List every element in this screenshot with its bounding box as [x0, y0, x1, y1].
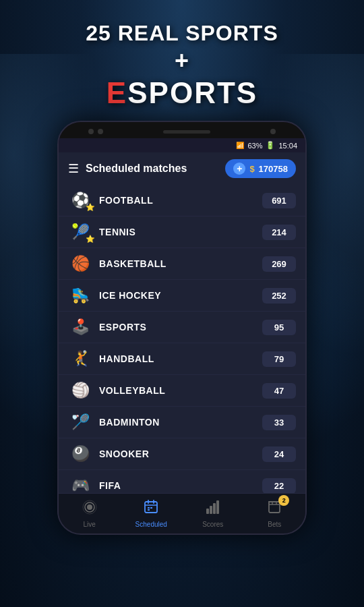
sport-emoji: ⚽⭐ — [68, 192, 92, 209]
svg-rect-9 — [148, 509, 150, 511]
phone-frame: 📶 63% 🔋 15:04 ☰ Scheduled matches + $ 17… — [57, 121, 307, 535]
svg-rect-8 — [150, 507, 152, 509]
nav-bets[interactable]: 2 Bets — [244, 494, 306, 533]
sport-count[interactable]: 691 — [262, 193, 296, 208]
sport-emoji: 🏀 — [68, 255, 92, 272]
bottom-nav: Live Scheduled — [59, 493, 305, 533]
promo-esports: ESPORTS — [107, 76, 257, 109]
sport-count[interactable]: 95 — [262, 320, 296, 335]
promo-title: 25 REAL SPORTS + ESPORTS — [0, 20, 364, 111]
sport-count[interactable]: 47 — [262, 383, 296, 399]
nav-live-label: Live — [84, 521, 96, 528]
live-icon — [82, 499, 98, 519]
sport-item-snooker[interactable]: 🎱SNOOKER24 — [59, 438, 305, 470]
phone-top — [59, 122, 305, 138]
sport-name: FOOTBALL — [99, 195, 262, 206]
dollar-sign: $ — [249, 164, 254, 174]
svg-rect-10 — [206, 509, 209, 514]
bets-icon — [266, 503, 282, 518]
scores-icon — [205, 499, 221, 519]
sport-emoji: 🤾 — [68, 350, 92, 368]
time-display: 15:04 — [278, 142, 297, 150]
page-title: Scheduled matches — [86, 163, 218, 175]
nav-scheduled-label: Scheduled — [135, 521, 167, 528]
svg-rect-11 — [210, 506, 212, 514]
bets-badge-container: 2 — [266, 499, 282, 519]
promo-rest: SPORTS — [127, 76, 257, 109]
sport-item-ice-hockey[interactable]: 🛼ICE HOCKEY252 — [59, 280, 305, 312]
sport-name: TENNIS — [99, 227, 262, 237]
scheduled-icon — [143, 499, 159, 519]
sport-emoji: 🎱 — [68, 445, 92, 463]
sport-name: ESPORTS — [99, 322, 262, 333]
svg-rect-13 — [216, 500, 219, 514]
sport-emoji: 🎾⭐ — [68, 223, 92, 241]
nav-live[interactable]: Live — [59, 494, 121, 533]
nav-scheduled[interactable]: Scheduled — [121, 494, 183, 533]
sport-name: ICE HOCKEY — [99, 290, 262, 301]
star-icon: ⭐ — [86, 235, 95, 243]
battery-icon: 🔋 — [266, 141, 275, 150]
promo-e: E — [107, 76, 127, 109]
promo-plus: + — [0, 46, 364, 75]
promo-line1: 25 REAL SPORTS — [86, 21, 278, 45]
sport-name: HANDBALL — [99, 353, 262, 364]
bets-badge: 2 — [278, 495, 289, 506]
svg-rect-12 — [213, 503, 216, 514]
svg-rect-7 — [148, 507, 150, 509]
dot-2 — [98, 129, 103, 134]
app-header: ☰ Scheduled matches + $ 170758 — [59, 152, 305, 185]
sport-item-tennis[interactable]: 🎾⭐TENNIS214 — [59, 216, 305, 248]
sport-count[interactable]: 33 — [262, 415, 296, 430]
sport-item-football[interactable]: ⚽⭐FOOTBALL691 — [59, 185, 305, 216]
sport-name: SNOOKER — [99, 449, 262, 459]
sport-item-badminton[interactable]: 🏸BADMINTON33 — [59, 407, 305, 438]
sport-name: BADMINTON — [99, 417, 262, 428]
sport-emoji: 🎮 — [68, 477, 92, 494]
wifi-icon: 📶 — [236, 142, 244, 149]
dot-camera — [270, 129, 276, 134]
sport-count[interactable]: 214 — [262, 225, 296, 240]
add-funds-icon: + — [233, 163, 245, 175]
sport-emoji: 🏸 — [68, 413, 92, 431]
sport-emoji: 🛼 — [68, 287, 92, 304]
nav-scores[interactable]: Scores — [182, 494, 244, 533]
sport-item-esports[interactable]: 🕹️ESPORTS95 — [59, 312, 305, 343]
sport-emoji: 🏐 — [68, 382, 92, 399]
sport-count[interactable]: 24 — [262, 446, 296, 462]
sport-emoji: 🕹️ — [68, 318, 92, 336]
balance-amount: 170758 — [259, 164, 288, 174]
menu-button[interactable]: ☰ — [68, 161, 79, 176]
sport-item-volleyball[interactable]: 🏐VOLLEYBALL47 — [59, 375, 305, 407]
sport-count[interactable]: 79 — [262, 351, 296, 367]
sport-item-basketball[interactable]: 🏀BASKETBALL269 — [59, 248, 305, 280]
nav-scores-label: Scores — [202, 521, 223, 528]
sports-list: ⚽⭐FOOTBALL691🎾⭐TENNIS214🏀BASKETBALL269🛼I… — [59, 185, 305, 533]
star-icon: ⭐ — [86, 203, 95, 212]
sport-count[interactable]: 22 — [262, 478, 296, 494]
camera-dots — [88, 129, 103, 134]
sport-name: FIFA — [99, 480, 262, 491]
dot-1 — [88, 129, 94, 134]
sport-count[interactable]: 269 — [262, 256, 296, 272]
status-bar: 📶 63% 🔋 15:04 — [59, 138, 305, 152]
sport-name: VOLLEYBALL — [99, 385, 262, 396]
sport-count[interactable]: 252 — [262, 288, 296, 304]
promo-section: 25 REAL SPORTS + ESPORTS — [0, 0, 364, 121]
battery-percent: 63% — [247, 142, 262, 150]
sport-item-handball[interactable]: 🤾HANDBALL79 — [59, 343, 305, 375]
nav-bets-label: Bets — [268, 521, 281, 528]
speaker-bar — [163, 130, 210, 134]
balance-button[interactable]: + $ 170758 — [225, 159, 296, 178]
sport-name: BASKETBALL — [99, 258, 262, 269]
svg-point-0 — [87, 504, 92, 510]
